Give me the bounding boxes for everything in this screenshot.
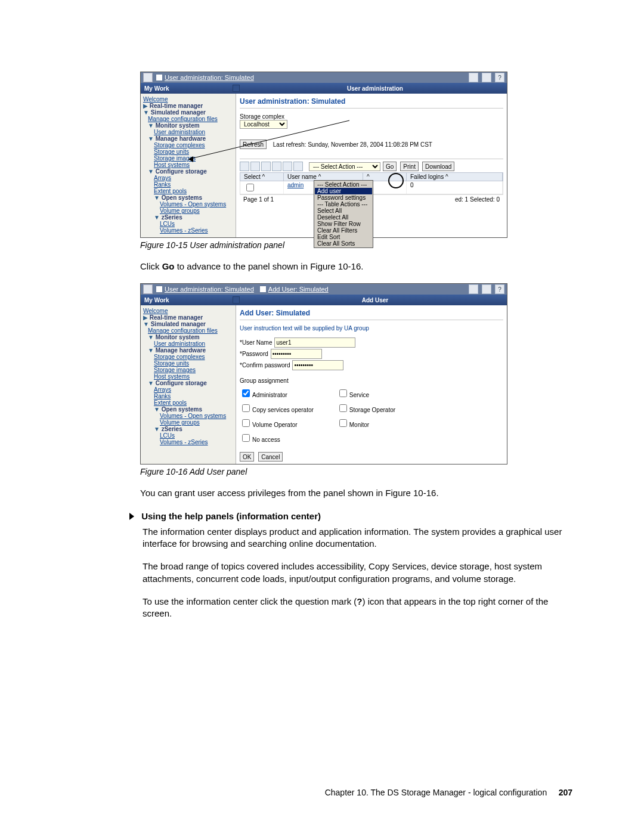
minimize-icon[interactable]: [469, 284, 478, 294]
col-failed[interactable]: Failed logins ^: [407, 173, 503, 181]
figure-10-16: User administration: Simulated Add User:…: [140, 283, 507, 465]
page-status-right: ed: 1 Selected: 0: [455, 196, 500, 203]
chk-service[interactable]: [339, 389, 347, 397]
tool-icon-5[interactable]: [283, 162, 292, 171]
action-dropdown-menu[interactable]: --- Select Action --- Add user Password …: [314, 180, 373, 248]
go-button[interactable]: Go: [383, 162, 397, 171]
bullet-heading: Using the help panels (information cente…: [141, 511, 321, 521]
nav-host-systems[interactable]: Host systems: [154, 373, 190, 380]
paragraph-info-center-3: To use the information center click the …: [143, 596, 572, 620]
nav-extent-pools[interactable]: Extent pools: [154, 188, 187, 194]
tool-icon-2[interactable]: [250, 162, 260, 171]
chk-storage-operator[interactable]: [339, 404, 347, 412]
main-panel: User administration: Simulated Storage c…: [236, 94, 507, 237]
nav-monitor[interactable]: Monitor system: [156, 334, 200, 340]
restore-icon[interactable]: [482, 73, 491, 82]
nav-lcus[interactable]: LCUs: [160, 432, 175, 439]
chk-administrator[interactable]: [242, 389, 250, 397]
collapse-icon[interactable]: [233, 296, 240, 304]
refresh-button[interactable]: Refresh: [240, 140, 267, 149]
nav-arrays[interactable]: Arrays: [154, 386, 171, 393]
nav-vol-open[interactable]: Volumes - Open systems: [160, 413, 226, 419]
nav-realtime[interactable]: Real-time manager: [150, 103, 203, 109]
nav-simulated[interactable]: Simulated manager: [151, 109, 206, 116]
chk-volume-operator[interactable]: [242, 419, 250, 427]
nav-welcome[interactable]: Welcome: [143, 308, 168, 314]
dd-add-user[interactable]: Add user: [315, 188, 372, 194]
nav-user-admin[interactable]: User administration: [154, 340, 205, 347]
nav-ranks[interactable]: Ranks: [154, 181, 171, 188]
storage-complex-select[interactable]: Localhost: [240, 120, 287, 129]
dd-show-filter[interactable]: Show Filter Row: [315, 221, 372, 227]
col-select[interactable]: Select ^: [240, 173, 284, 181]
username-label: *User Name: [240, 339, 272, 346]
nav-realtime[interactable]: Real-time manager: [150, 314, 203, 321]
ok-button[interactable]: OK: [240, 452, 254, 462]
nav-storage-images[interactable]: Storage images: [154, 155, 196, 162]
chk-copy-services[interactable]: [242, 404, 250, 412]
tool-icon-6[interactable]: [293, 162, 303, 171]
dd-edit-sort[interactable]: Edit Sort: [315, 234, 372, 240]
nav-vol-open[interactable]: Volumes - Open systems: [160, 201, 226, 208]
footer-chapter: Chapter 10. The DS Storage Manager - log…: [325, 788, 547, 797]
dd-clear-sorts[interactable]: Clear All Sorts: [315, 240, 372, 247]
footer-page-number: 207: [559, 788, 572, 797]
breadcrumb-add-user[interactable]: Add User: Simulated: [268, 286, 329, 293]
nav-open-systems[interactable]: Open systems: [162, 406, 202, 413]
last-refresh-text: Last refresh: Sunday, November 28, 2004 …: [273, 141, 432, 148]
nav-storage-images[interactable]: Storage images: [154, 367, 196, 373]
confirm-password-input[interactable]: [292, 360, 343, 370]
nav-vol-groups[interactable]: Volume groups: [160, 419, 200, 426]
nav-configure-storage[interactable]: Configure storage: [156, 168, 207, 175]
password-input[interactable]: [271, 349, 322, 359]
chk-no-access[interactable]: [242, 434, 250, 442]
nav-storage-units[interactable]: Storage units: [154, 148, 189, 155]
nav-welcome[interactable]: Welcome: [143, 96, 168, 103]
tool-icon-4[interactable]: [272, 162, 281, 171]
breadcrumb-user-admin[interactable]: User administration: Simulated: [165, 286, 254, 293]
chk-monitor[interactable]: [339, 419, 347, 427]
minimize-icon[interactable]: [469, 73, 478, 82]
nav-vol-zseries[interactable]: Volumes - zSeries: [160, 227, 208, 234]
nav-user-admin[interactable]: User administration: [154, 129, 205, 135]
nav-storage-units[interactable]: Storage units: [154, 360, 189, 367]
dd-password-settings[interactable]: Password settings: [315, 194, 372, 201]
username-input[interactable]: [274, 337, 355, 348]
nav-extent-pools[interactable]: Extent pools: [154, 400, 187, 406]
nav-storage-complexes[interactable]: Storage complexes: [154, 354, 205, 360]
dd-deselect-all[interactable]: Deselect All: [315, 214, 372, 221]
nav-manage-config[interactable]: Manage configuration files: [148, 116, 218, 122]
help-icon[interactable]: ?: [495, 73, 504, 82]
breadcrumb-user-admin[interactable]: User administration: Simulated: [165, 74, 254, 81]
nav-vol-zseries[interactable]: Volumes - zSeries: [160, 439, 208, 445]
nav-storage-complexes[interactable]: Storage complexes: [154, 142, 205, 148]
nav-simulated[interactable]: Simulated manager: [151, 321, 206, 327]
nav-zseries[interactable]: zSeries: [162, 426, 182, 432]
tool-icon-1[interactable]: [240, 162, 249, 171]
nav-arrays[interactable]: Arrays: [154, 175, 171, 181]
print-button[interactable]: Print: [400, 162, 419, 171]
nav-manage-config[interactable]: Manage configuration files: [148, 327, 218, 334]
nav-zseries[interactable]: zSeries: [162, 214, 182, 221]
cancel-button[interactable]: Cancel: [258, 452, 283, 462]
nav-ranks[interactable]: Ranks: [154, 393, 171, 400]
row-checkbox[interactable]: [246, 184, 254, 191]
header-title: User administration: [243, 83, 507, 94]
nav-configure-storage[interactable]: Configure storage: [156, 380, 207, 386]
collapse-icon[interactable]: [233, 85, 240, 92]
nav-monitor[interactable]: Monitor system: [156, 122, 200, 129]
nav-manage-hw[interactable]: Manage hardware: [156, 135, 206, 142]
nav-host-systems[interactable]: Host systems: [154, 162, 190, 168]
action-select[interactable]: --- Select Action ---: [309, 162, 380, 171]
tool-icon-3[interactable]: [261, 162, 271, 171]
dd-select-all[interactable]: Select All: [315, 208, 372, 214]
restore-icon[interactable]: [482, 284, 491, 294]
nav-vol-groups[interactable]: Volume groups: [160, 208, 200, 214]
help-icon[interactable]: ?: [495, 284, 504, 294]
paragraph-info-center-1: The information center displays product …: [143, 526, 572, 550]
nav-manage-hw[interactable]: Manage hardware: [156, 347, 206, 354]
dd-clear-filters[interactable]: Clear All Filters: [315, 227, 372, 234]
nav-open-systems[interactable]: Open systems: [162, 194, 202, 201]
nav-lcus[interactable]: LCUs: [160, 221, 175, 227]
download-button[interactable]: Download: [422, 162, 454, 171]
